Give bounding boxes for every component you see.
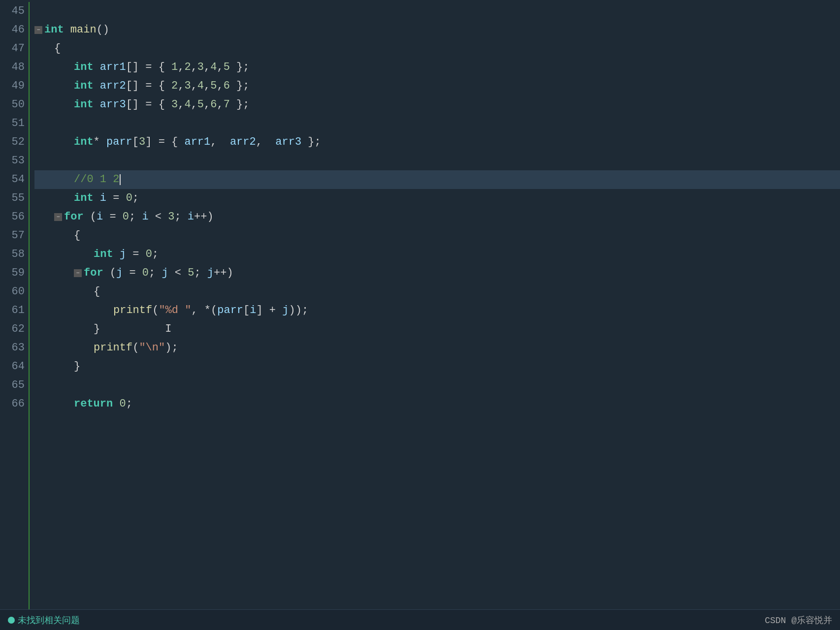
fold-icon[interactable]: −: [74, 269, 82, 277]
code-line: [34, 152, 840, 170]
token-plain: [94, 58, 100, 77]
token-num: 4: [210, 58, 217, 77]
token-plain: ,: [210, 133, 230, 152]
token-plain: ,: [256, 133, 276, 152]
token-plain: ,: [217, 77, 223, 95]
code-line: [34, 114, 840, 133]
error-indicator: 未找到相关问题: [8, 614, 80, 626]
line-number: 46: [4, 21, 25, 39]
token-plain: [94, 189, 100, 208]
token-kw: int: [74, 77, 94, 95]
token-var: arr1: [100, 58, 126, 77]
code-line: −for (i = 0; i < 3; i++): [34, 208, 840, 226]
token-plain: ;: [194, 264, 207, 283]
token-plain: [] = {: [126, 77, 171, 95]
token-num: 3: [139, 133, 145, 152]
line-number: 45: [4, 2, 25, 21]
code-content[interactable]: −int main(){int arr1[] = { 1,2,3,4,5 };i…: [30, 2, 840, 609]
code-line: int arr1[] = { 1,2,3,4,5 };: [34, 58, 840, 77]
line-number: 51: [4, 114, 25, 133]
code-line: {: [34, 226, 840, 245]
code-line: printf("%d ", *(parr[i] + j));: [34, 301, 840, 320]
token-num: 3: [168, 208, 174, 226]
token-plain: {: [54, 39, 61, 58]
token-plain: (: [84, 208, 97, 226]
token-plain: <: [149, 208, 168, 226]
token-var: i: [142, 208, 148, 226]
token-kw: for: [84, 264, 103, 283]
token-plain: ;: [132, 189, 139, 208]
line-number: 66: [4, 395, 25, 413]
token-num: 0: [142, 264, 149, 283]
code-line: int j = 0;: [34, 245, 840, 264]
token-num: 2: [184, 58, 191, 77]
token-num: 2: [171, 77, 178, 95]
line-number: 57: [4, 226, 25, 245]
code-line: }: [34, 357, 840, 376]
token-plain: ,: [204, 95, 210, 114]
line-number: 59: [4, 264, 25, 283]
line-number: 47: [4, 39, 25, 58]
token-var: i: [100, 189, 106, 208]
token-num: 5: [210, 77, 217, 95]
fold-icon[interactable]: −: [54, 213, 62, 221]
token-plain: };: [301, 133, 321, 152]
token-plain: (: [132, 339, 139, 357]
token-plain: ,: [178, 58, 184, 77]
code-line: } I: [34, 320, 840, 339]
line-numbers: 4546474849505152535455565758596061626364…: [0, 2, 30, 609]
token-plain: ] = {: [145, 133, 184, 152]
token-plain: ++): [214, 264, 233, 283]
token-var: arr3: [100, 95, 126, 114]
token-var: arr1: [184, 133, 210, 152]
token-num: 1: [171, 58, 178, 77]
token-kw: int: [44, 21, 64, 39]
token-num: 6: [210, 95, 217, 114]
code-line: {: [34, 39, 840, 58]
fold-icon[interactable]: −: [34, 26, 42, 34]
token-plain: <: [168, 264, 188, 283]
token-plain: ,: [204, 77, 210, 95]
token-var: parr: [106, 133, 132, 152]
token-plain: ++): [194, 208, 214, 226]
token-kw: int: [74, 133, 94, 152]
token-var: arr3: [275, 133, 301, 152]
token-num: 0: [126, 189, 132, 208]
token-kw: int: [74, 58, 94, 77]
token-plain: [: [132, 133, 139, 152]
token-plain: [] = {: [126, 58, 171, 77]
token-plain: , *(: [191, 301, 217, 320]
token-num: 5: [224, 58, 230, 77]
line-number: 60: [4, 283, 25, 301]
token-plain: =: [123, 264, 142, 283]
token-plain: *: [94, 133, 106, 152]
token-fn: printf: [113, 301, 152, 320]
token-num: 0: [146, 245, 152, 264]
code-line: [34, 2, 840, 21]
token-num: 0: [119, 395, 126, 413]
text-cursor-block: [120, 174, 121, 185]
token-plain: ;: [126, 395, 132, 413]
token-plain: ;: [149, 264, 162, 283]
token-plain: ;: [129, 208, 142, 226]
bottom-bar: 未找到相关问题 CSDN @乐容悦并: [0, 609, 840, 630]
token-plain: ,: [217, 58, 223, 77]
token-num: 4: [184, 95, 191, 114]
token-plain: [64, 21, 70, 39]
token-var: j: [120, 245, 126, 264]
token-kw: for: [64, 208, 84, 226]
line-number: 50: [4, 95, 25, 114]
token-plain: {: [94, 283, 100, 301]
token-plain: }: [74, 357, 80, 376]
editor-container: 4546474849505152535455565758596061626364…: [0, 0, 840, 630]
line-number: 65: [4, 376, 25, 395]
line-number: 58: [4, 245, 25, 264]
token-plain: ,: [191, 77, 197, 95]
token-plain: ,: [191, 95, 197, 114]
error-dot: [8, 617, 15, 624]
token-plain: [94, 77, 100, 95]
token-plain: ;: [152, 245, 159, 264]
token-plain: [: [243, 301, 250, 320]
token-kw: int: [94, 245, 113, 264]
error-text: 未找到相关问题: [18, 614, 80, 626]
